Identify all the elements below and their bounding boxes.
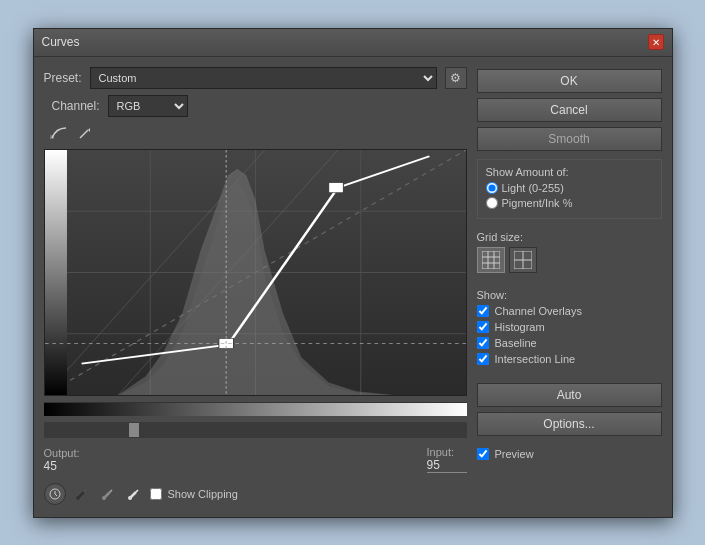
- pigment-radio-row: Pigment/Ink %: [486, 197, 653, 209]
- histogram-label: Histogram: [495, 321, 545, 333]
- slider-row[interactable]: [44, 422, 467, 438]
- intersection-line-checkbox[interactable]: [477, 353, 489, 365]
- eyedropper-black-icon: [75, 487, 89, 501]
- tools-row: [44, 123, 467, 143]
- show-amount-title: Show Amount of:: [486, 166, 653, 178]
- channel-label: Channel:: [52, 99, 100, 113]
- curve-tool-button[interactable]: [48, 123, 70, 143]
- light-radio-row: Light (0-255): [486, 182, 653, 194]
- ok-button[interactable]: OK: [477, 69, 662, 93]
- pigment-radio[interactable]: [486, 197, 498, 209]
- light-radio[interactable]: [486, 182, 498, 194]
- preview-checkbox[interactable]: [477, 448, 489, 460]
- bottom-tools-row: Show Clipping: [44, 481, 467, 507]
- baseline-checkbox[interactable]: [477, 337, 489, 349]
- grid-large-icon: [514, 251, 532, 269]
- light-label: Light (0-255): [502, 182, 564, 194]
- intersection-line-label: Intersection Line: [495, 353, 576, 365]
- svg-point-29: [128, 496, 132, 500]
- svg-rect-17: [328, 182, 343, 192]
- cancel-button[interactable]: Cancel: [477, 98, 662, 122]
- svg-rect-0: [50, 135, 54, 139]
- histogram-checkbox[interactable]: [477, 321, 489, 333]
- right-panel: OK Cancel Smooth Show Amount of: Light (…: [477, 67, 662, 507]
- curve-area[interactable]: [44, 149, 467, 396]
- preset-label: Preset:: [44, 71, 82, 85]
- svg-line-22: [84, 490, 86, 492]
- input-value: 95: [427, 458, 467, 473]
- pencil-tool-button[interactable]: [74, 123, 96, 143]
- svg-rect-15: [45, 150, 67, 395]
- output-value: 45: [44, 459, 80, 473]
- grid-size-label: Grid size:: [477, 231, 662, 243]
- grid-buttons: [477, 247, 662, 273]
- grid-large-button[interactable]: [509, 247, 537, 273]
- curve-tool-icon: [50, 126, 68, 140]
- eyedropper-gray-icon: [101, 487, 115, 501]
- show-section: Show: Channel Overlays Histogram Baselin…: [477, 285, 662, 373]
- svg-point-26: [102, 496, 106, 500]
- show-amount-section: Show Amount of: Light (0-255) Pigment/In…: [477, 159, 662, 219]
- preview-label: Preview: [495, 448, 534, 460]
- show-clipping-checkbox[interactable]: [150, 488, 162, 500]
- svg-line-25: [110, 490, 112, 492]
- channel-row: Channel: RGB Red Green Blue: [44, 95, 467, 117]
- options-button[interactable]: Options...: [477, 412, 662, 436]
- input-strip: [44, 402, 467, 416]
- output-label: Output:: [44, 447, 80, 459]
- channel-overlays-checkbox[interactable]: [477, 305, 489, 317]
- preset-select[interactable]: Custom: [90, 67, 437, 89]
- action-buttons: OK Cancel Smooth: [477, 69, 662, 151]
- history-button[interactable]: [44, 483, 66, 505]
- svg-line-28: [136, 490, 138, 492]
- show-label: Show:: [477, 289, 662, 301]
- eyedropper-gray-button[interactable]: [98, 484, 118, 504]
- svg-marker-2: [88, 128, 90, 132]
- input-label: Input:: [427, 446, 467, 458]
- smooth-button[interactable]: Smooth: [477, 127, 662, 151]
- intersection-line-row: Intersection Line: [477, 353, 662, 365]
- channel-overlays-row: Channel Overlays: [477, 305, 662, 317]
- baseline-label: Baseline: [495, 337, 537, 349]
- channel-select[interactable]: RGB Red Green Blue: [108, 95, 188, 117]
- curve-svg: [45, 150, 466, 395]
- curves-dialog: Curves ✕ Preset: Custom ⚙ Channel: RGB R…: [33, 28, 673, 518]
- preview-row: Preview: [477, 448, 662, 460]
- title-bar: Curves ✕: [34, 29, 672, 57]
- preset-row: Preset: Custom ⚙: [44, 67, 467, 89]
- gear-button[interactable]: ⚙: [445, 67, 467, 89]
- grid-small-button[interactable]: [477, 247, 505, 273]
- left-panel: Preset: Custom ⚙ Channel: RGB Red Green …: [44, 67, 467, 507]
- output-section: Output: 45: [44, 447, 80, 473]
- histogram-row: Histogram: [477, 321, 662, 333]
- history-icon: [48, 487, 62, 501]
- svg-line-1: [80, 130, 88, 138]
- eyedropper-white-button[interactable]: [124, 484, 144, 504]
- svg-rect-34: [482, 251, 500, 269]
- baseline-row: Baseline: [477, 337, 662, 349]
- channel-overlays-label: Channel Overlays: [495, 305, 582, 317]
- pencil-tool-icon: [78, 126, 92, 140]
- dialog-title: Curves: [42, 35, 80, 49]
- eyedropper-black-button[interactable]: [72, 484, 92, 504]
- input-section: Input: 95: [427, 446, 467, 473]
- close-button[interactable]: ✕: [648, 34, 664, 50]
- output-input-row: Output: 45 Input: 95: [44, 444, 467, 475]
- pigment-label: Pigment/Ink %: [502, 197, 573, 209]
- auto-options-buttons: Auto Options...: [477, 383, 662, 436]
- grid-size-section: Grid size:: [477, 227, 662, 277]
- input-slider-thumb[interactable]: [129, 423, 139, 437]
- show-clipping-label: Show Clipping: [168, 488, 238, 500]
- auto-button[interactable]: Auto: [477, 383, 662, 407]
- grid-small-icon: [482, 251, 500, 269]
- eyedropper-white-icon: [127, 487, 141, 501]
- svg-point-23: [76, 496, 80, 500]
